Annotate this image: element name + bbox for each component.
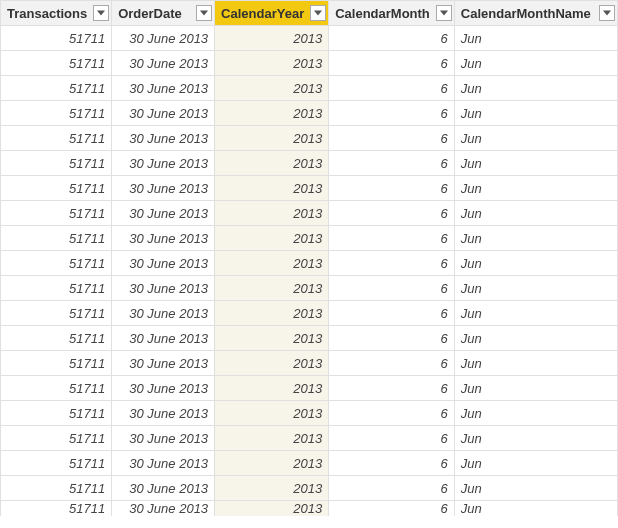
cell-orderDate: 30 June 2013 bbox=[112, 176, 215, 201]
cell-orderDate: 30 June 2013 bbox=[112, 226, 215, 251]
cell-calendarYear: 2013 bbox=[215, 126, 329, 151]
cell-calendarYear: 2013 bbox=[215, 326, 329, 351]
cell-orderDate: 30 June 2013 bbox=[112, 151, 215, 176]
table-row[interactable]: 5171130 June 201320136Jun bbox=[1, 276, 618, 301]
cell-calendarMonthName: Jun bbox=[454, 326, 617, 351]
filter-button-calendarYear[interactable] bbox=[310, 5, 326, 21]
cell-calendarYear: 2013 bbox=[215, 176, 329, 201]
column-header-transactions[interactable]: Transactions bbox=[1, 1, 112, 26]
table-header: TransactionsOrderDateCalendarYearCalenda… bbox=[1, 1, 618, 26]
filter-button-orderDate[interactable] bbox=[196, 5, 212, 21]
cell-calendarMonth: 6 bbox=[329, 426, 455, 451]
table-row[interactable]: 5171130 June 201320136Jun bbox=[1, 226, 618, 251]
cell-transactions: 51711 bbox=[1, 376, 112, 401]
cell-calendarYear: 2013 bbox=[215, 201, 329, 226]
cell-calendarMonthName: Jun bbox=[454, 251, 617, 276]
table-row[interactable]: 5171130 June 201320136Jun bbox=[1, 201, 618, 226]
column-header-orderDate[interactable]: OrderDate bbox=[112, 1, 215, 26]
cell-orderDate: 30 June 2013 bbox=[112, 401, 215, 426]
table-row[interactable]: 5171130 June 201320136Jun bbox=[1, 426, 618, 451]
cell-transactions: 51711 bbox=[1, 451, 112, 476]
cell-calendarMonthName: Jun bbox=[454, 26, 617, 51]
column-header-label: CalendarMonth bbox=[335, 6, 430, 21]
cell-calendarMonth: 6 bbox=[329, 76, 455, 101]
cell-calendarMonth: 6 bbox=[329, 301, 455, 326]
chevron-down-icon bbox=[97, 10, 105, 16]
cell-orderDate: 30 June 2013 bbox=[112, 451, 215, 476]
cell-calendarMonthName: Jun bbox=[454, 451, 617, 476]
table-row[interactable]: 5171130 June 201320136Jun bbox=[1, 26, 618, 51]
cell-calendarMonthName: Jun bbox=[454, 51, 617, 76]
header-row: TransactionsOrderDateCalendarYearCalenda… bbox=[1, 1, 618, 26]
table-row[interactable]: 5171130 June 201320136Jun bbox=[1, 251, 618, 276]
cell-orderDate: 30 June 2013 bbox=[112, 476, 215, 501]
cell-calendarYear: 2013 bbox=[215, 376, 329, 401]
cell-transactions: 51711 bbox=[1, 501, 112, 517]
table-row[interactable]: 5171130 June 201320136Jun bbox=[1, 401, 618, 426]
table-row[interactable]: 5171130 June 201320136Jun bbox=[1, 376, 618, 401]
cell-calendarMonthName: Jun bbox=[454, 226, 617, 251]
cell-orderDate: 30 June 2013 bbox=[112, 251, 215, 276]
cell-calendarMonth: 6 bbox=[329, 251, 455, 276]
table-row[interactable]: 5171130 June 201320136Jun bbox=[1, 126, 618, 151]
cell-calendarMonth: 6 bbox=[329, 101, 455, 126]
filter-button-calendarMonth[interactable] bbox=[436, 5, 452, 21]
column-header-calendarYear[interactable]: CalendarYear bbox=[215, 1, 329, 26]
cell-calendarMonth: 6 bbox=[329, 51, 455, 76]
cell-transactions: 51711 bbox=[1, 176, 112, 201]
cell-calendarMonth: 6 bbox=[329, 376, 455, 401]
filter-button-calendarMonthName[interactable] bbox=[599, 5, 615, 21]
column-header-calendarMonthName[interactable]: CalendarMonthName bbox=[454, 1, 617, 26]
cell-calendarMonthName: Jun bbox=[454, 301, 617, 326]
cell-calendarMonthName: Jun bbox=[454, 151, 617, 176]
cell-calendarMonthName: Jun bbox=[454, 401, 617, 426]
cell-calendarMonthName: Jun bbox=[454, 501, 617, 517]
cell-calendarMonth: 6 bbox=[329, 226, 455, 251]
table-row[interactable]: 5171130 June 201320136Jun bbox=[1, 176, 618, 201]
cell-orderDate: 30 June 2013 bbox=[112, 426, 215, 451]
table-row[interactable]: 5171130 June 201320136Jun bbox=[1, 501, 618, 517]
cell-transactions: 51711 bbox=[1, 226, 112, 251]
cell-transactions: 51711 bbox=[1, 26, 112, 51]
cell-calendarMonth: 6 bbox=[329, 476, 455, 501]
table-row[interactable]: 5171130 June 201320136Jun bbox=[1, 476, 618, 501]
filter-button-transactions[interactable] bbox=[93, 5, 109, 21]
cell-calendarMonth: 6 bbox=[329, 276, 455, 301]
cell-calendarMonthName: Jun bbox=[454, 176, 617, 201]
cell-calendarMonth: 6 bbox=[329, 351, 455, 376]
table-row[interactable]: 5171130 June 201320136Jun bbox=[1, 151, 618, 176]
table-row[interactable]: 5171130 June 201320136Jun bbox=[1, 351, 618, 376]
table-row[interactable]: 5171130 June 201320136Jun bbox=[1, 301, 618, 326]
cell-calendarMonth: 6 bbox=[329, 326, 455, 351]
cell-calendarMonthName: Jun bbox=[454, 76, 617, 101]
cell-transactions: 51711 bbox=[1, 276, 112, 301]
cell-transactions: 51711 bbox=[1, 76, 112, 101]
table-row[interactable]: 5171130 June 201320136Jun bbox=[1, 101, 618, 126]
column-header-label: CalendarYear bbox=[221, 6, 304, 21]
cell-calendarMonth: 6 bbox=[329, 151, 455, 176]
chevron-down-icon bbox=[200, 10, 208, 16]
column-header-calendarMonth[interactable]: CalendarMonth bbox=[329, 1, 455, 26]
cell-calendarYear: 2013 bbox=[215, 251, 329, 276]
cell-calendarYear: 2013 bbox=[215, 501, 329, 517]
cell-calendarYear: 2013 bbox=[215, 276, 329, 301]
cell-calendarYear: 2013 bbox=[215, 101, 329, 126]
table-row[interactable]: 5171130 June 201320136Jun bbox=[1, 51, 618, 76]
cell-orderDate: 30 June 2013 bbox=[112, 376, 215, 401]
cell-transactions: 51711 bbox=[1, 476, 112, 501]
cell-calendarYear: 2013 bbox=[215, 451, 329, 476]
cell-calendarMonthName: Jun bbox=[454, 276, 617, 301]
cell-calendarMonth: 6 bbox=[329, 176, 455, 201]
table-row[interactable]: 5171130 June 201320136Jun bbox=[1, 326, 618, 351]
cell-calendarYear: 2013 bbox=[215, 401, 329, 426]
cell-transactions: 51711 bbox=[1, 151, 112, 176]
cell-calendarMonthName: Jun bbox=[454, 101, 617, 126]
table-row[interactable]: 5171130 June 201320136Jun bbox=[1, 451, 618, 476]
table-row[interactable]: 5171130 June 201320136Jun bbox=[1, 76, 618, 101]
cell-calendarYear: 2013 bbox=[215, 151, 329, 176]
chevron-down-icon bbox=[440, 10, 448, 16]
cell-orderDate: 30 June 2013 bbox=[112, 26, 215, 51]
cell-transactions: 51711 bbox=[1, 126, 112, 151]
cell-orderDate: 30 June 2013 bbox=[112, 301, 215, 326]
cell-transactions: 51711 bbox=[1, 201, 112, 226]
